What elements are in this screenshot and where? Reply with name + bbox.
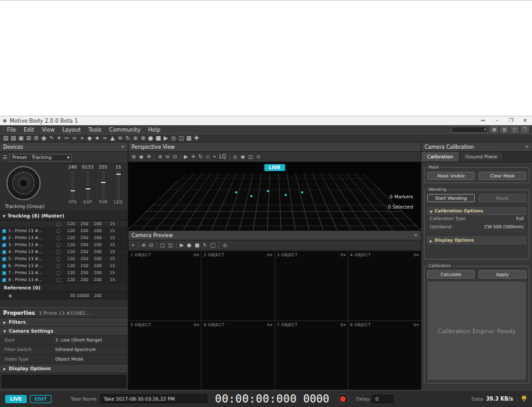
eye-icon[interactable]: ⊙ [256,154,261,160]
close-icon[interactable]: ✕ [414,233,418,238]
property-row[interactable]: Gain 1: Low (Short Range) [0,336,128,345]
select-tool-icon[interactable]: ▶ [184,154,188,160]
close-icon[interactable]: ✕ [121,144,125,149]
menu-item[interactable]: Community [106,127,144,133]
apply-button[interactable]: Apply [479,270,526,279]
fps-slider-handle[interactable] [70,190,76,192]
device-row[interactable]: 7 - Prime 13 #... ◯ 120 250 200 15 [0,270,128,277]
camera-cell[interactable]: 7 OBJECT ⚙▾ [275,321,348,390]
data-pane-icon[interactable]: ▦ [185,134,193,142]
gear-icon[interactable]: ⚙▾ [340,322,346,328]
device-row[interactable]: 3 - Prime 13 #... ◯ 120 250 200 15 [0,242,128,249]
camera-cell[interactable]: 8 OBJECT ⚙▾ [348,321,421,390]
device-enabled-checkbox[interactable] [2,264,6,268]
mask-pen-icon[interactable]: ✎ [203,242,207,249]
take-name-input[interactable] [100,394,207,403]
save-icon[interactable]: ▣ [17,134,25,142]
menu-item[interactable]: File [3,127,20,133]
device-enabled-checkbox[interactable] [2,278,6,282]
scale-tool-icon[interactable]: ◇ [206,154,210,160]
camera-cell[interactable]: 2 OBJECT ⚙▾ [201,251,274,321]
camera-overlay-icon[interactable]: ◉ [240,154,245,160]
layout-grid-icon[interactable]: ◫ [168,242,173,249]
gear-icon[interactable]: ⚙▾ [266,252,272,258]
led-slider-track[interactable] [118,171,119,199]
zoom-in-icon[interactable]: ⊕ [158,154,162,160]
camera-icon[interactable]: ◉ [40,134,48,142]
option-row[interactable]: Calibration Type Full [427,215,526,223]
record-button[interactable] [338,394,348,404]
list-icon[interactable]: ☰ [3,155,7,160]
new-take-icon[interactable]: ▤ [2,134,10,142]
device-row[interactable]: 2 - Prime 13 #... ◯ 120 250 200 15 [0,235,128,242]
menu-item[interactable]: Layout [58,127,85,133]
list-view-icon[interactable]: ≡ [116,134,124,142]
window-dock-button[interactable]: ↔ [476,116,490,125]
gear-icon[interactable]: ⚙▾ [193,322,199,328]
device-enabled-checkbox[interactable] [2,250,6,254]
link-icon[interactable]: ∞ [71,134,78,142]
gear-icon[interactable]: ⚙▾ [413,322,419,328]
led-slider-handle[interactable] [116,173,121,176]
window-close-button[interactable]: ✕ [518,116,532,125]
video-overlay-icon[interactable]: ◫ [248,154,253,160]
property-value[interactable]: Infrared Spectrum [55,347,96,352]
threshold-slider-track[interactable] [102,171,104,199]
menu-item[interactable]: Help [144,127,164,133]
quality-toggle[interactable]: LQ [219,154,226,160]
perspective-viewport[interactable]: LIVE 0 Markers 0 Selected [128,162,421,230]
option-value[interactable]: CW-500 (500mm) [484,224,524,230]
option-row[interactable]: OptiWand CW-500 (500mm) [427,223,526,231]
device-row[interactable]: 4 - Prime 13 #... ◯ 120 250 200 15 [0,249,128,256]
graph-icon[interactable]: ▲ [109,134,116,142]
pan-view-icon[interactable]: ✜ [147,154,151,160]
mask-square-icon[interactable]: ■ [194,242,200,249]
gear-icon[interactable]: ⚙▾ [193,252,199,258]
probe-icon[interactable]: ◎ [170,134,177,142]
device-enabled-checkbox[interactable] [2,271,6,275]
pointer-icon[interactable]: ⌖ [132,242,135,249]
help-panel-icon[interactable]: ❒ [521,126,529,133]
reset-button[interactable]: Reset [479,194,526,202]
select-tool-icon[interactable]: ▶ [180,242,184,249]
wand-icon[interactable]: ✶ [55,134,63,142]
filters-section-header[interactable]: ▶ Filters [0,318,128,327]
display-options-section-header[interactable]: ▶ Display Options [0,364,128,373]
panel-splitter[interactable] [0,300,128,307]
live-mode-button[interactable]: LIVE [5,395,27,403]
refresh-icon[interactable]: ↻ [124,134,132,142]
camera-cell[interactable]: 5 OBJECT ⚙▾ [128,321,201,390]
edit-mode-button[interactable]: EDIT [30,395,51,403]
menu-item[interactable]: Edit [20,127,38,133]
rigid-body-icon[interactable]: ◆ [86,134,93,142]
calibration-options-header[interactable]: ▼ Calibration Options [427,207,526,215]
zoom-fit-icon[interactable]: ⊡ [173,154,177,160]
device-row[interactable]: 8 - Prime 13 #... ◯ 120 250 200 15 [0,277,128,284]
window-minimize-button[interactable]: – [490,116,504,125]
open-take-icon[interactable]: ▨ [10,134,17,142]
device-enabled-checkbox[interactable] [2,229,6,233]
add-icon[interactable]: ✚ [193,134,200,142]
device-enabled-checkbox[interactable] [2,243,6,247]
docking-icon[interactable]: ◫ [510,126,519,133]
delay-input[interactable] [372,395,393,403]
property-row[interactable]: Video Type Object Mode [0,355,128,364]
menu-item[interactable]: Tools [85,127,106,133]
skeleton-icon[interactable]: ★ [93,134,101,142]
eye-icon[interactable]: ◎ [222,242,227,249]
layout-load-icon[interactable]: ▥ [500,126,508,133]
preset-dropdown[interactable]: Preset : Tracking ▾ [10,154,72,162]
record-icon[interactable]: ● [147,134,154,142]
settings-icon[interactable]: ⚙ [32,134,40,142]
mask-circle-icon[interactable]: ● [187,242,191,249]
edit-tools-icon[interactable]: ✎ [48,134,55,142]
menu-item[interactable]: View [38,127,58,133]
screenshot-icon[interactable]: ◉ [139,154,144,160]
threshold-slider-handle[interactable] [100,181,106,184]
property-row[interactable]: Filter Switch Infrared Spectrum [0,345,128,355]
calculate-button[interactable]: Calculate [427,270,475,279]
zoom-out-icon[interactable]: ⊖ [165,154,170,160]
camera-cell[interactable]: 6 OBJECT ⚙▾ [201,321,274,390]
expand-icon[interactable]: ⊕ [132,134,139,142]
start-wanding-button[interactable]: Start Wanding [427,194,475,202]
